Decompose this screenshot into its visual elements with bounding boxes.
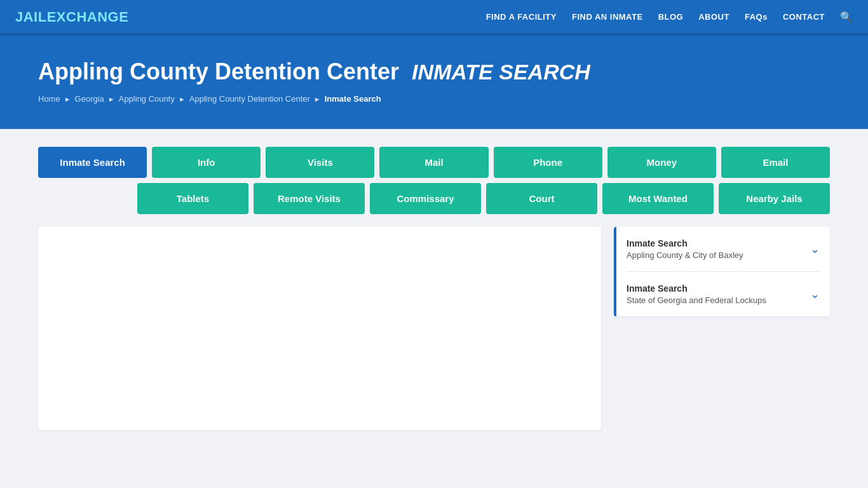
sidebar-card-1-text: Inmate Search Appling County & City of B… xyxy=(627,238,743,260)
tab-phone[interactable]: Phone xyxy=(494,147,602,178)
tab-inmate-search[interactable]: Inmate Search xyxy=(38,147,147,178)
breadcrumb-sep-2: ► xyxy=(108,95,115,103)
tabs-section: Inmate Search Info Visits Mail Phone Mon… xyxy=(0,129,868,214)
logo-jail: JAIL xyxy=(15,9,47,25)
sidebar-card-2-inner[interactable]: Inmate Search State of Georgia and Feder… xyxy=(616,272,830,316)
inmate-search-panel xyxy=(38,227,601,430)
sidebar-card-1-sub: Appling County & City of Baxley xyxy=(627,250,743,260)
tab-most-wanted[interactable]: Most Wanted xyxy=(602,183,714,214)
logo-exchange: EXCHANGE xyxy=(47,9,129,25)
breadcrumb-sep-3: ► xyxy=(179,95,186,103)
tab-mail[interactable]: Mail xyxy=(379,147,488,178)
nav-blog[interactable]: BLOG xyxy=(658,12,684,22)
navbar: JAILEXCHANGE FIND A FACILITY FIND AN INM… xyxy=(0,0,868,36)
nav-about[interactable]: ABOUT xyxy=(698,12,729,22)
nav-find-inmate[interactable]: FIND AN INMATE xyxy=(572,12,643,22)
chevron-down-icon: ⌄ xyxy=(810,242,820,256)
breadcrumb-home[interactable]: Home xyxy=(38,94,60,104)
tabs-row-1: Inmate Search Info Visits Mail Phone Mon… xyxy=(38,147,830,178)
hero-section: Appling County Detention Center INMATE S… xyxy=(0,36,868,129)
breadcrumb-georgia[interactable]: Georgia xyxy=(75,94,104,104)
tab-email[interactable]: Email xyxy=(721,147,830,178)
sidebar-card-2-text: Inmate Search State of Georgia and Feder… xyxy=(627,283,766,305)
sidebar-card-2-label: Inmate Search xyxy=(627,283,766,294)
tab-court[interactable]: Court xyxy=(486,183,597,214)
site-logo[interactable]: JAILEXCHANGE xyxy=(15,9,128,25)
nav-links: FIND A FACILITY FIND AN INMATE BLOG ABOU… xyxy=(486,11,853,23)
tab-tablets[interactable]: Tablets xyxy=(137,183,248,214)
page-subtitle: INMATE SEARCH xyxy=(412,60,590,84)
tab-info[interactable]: Info xyxy=(152,147,261,178)
page-title: Appling County Detention Center INMATE S… xyxy=(38,58,830,85)
tab-visits[interactable]: Visits xyxy=(266,147,374,178)
tab-money[interactable]: Money xyxy=(607,147,716,178)
breadcrumb-sep-1: ► xyxy=(64,95,71,103)
tab-remote-visits[interactable]: Remote Visits xyxy=(254,183,365,214)
breadcrumb-county[interactable]: Appling County xyxy=(119,94,175,104)
sidebar-card-1-label: Inmate Search xyxy=(627,238,743,248)
breadcrumb-facility[interactable]: Appling County Detention Center xyxy=(189,94,310,104)
sidebar-card-1[interactable]: Inmate Search Appling County & City of B… xyxy=(614,227,830,316)
right-sidebar: Inmate Search Appling County & City of B… xyxy=(614,227,830,430)
nav-find-facility[interactable]: FIND A FACILITY xyxy=(486,12,557,22)
breadcrumb-sep-4: ► xyxy=(314,95,321,103)
nav-contact[interactable]: CONTACT xyxy=(783,12,825,22)
tab-commissary[interactable]: Commissary xyxy=(370,183,481,214)
tabs-row-2: Tablets Remote Visits Commissary Court M… xyxy=(137,183,830,214)
nav-faqs[interactable]: FAQs xyxy=(745,12,768,22)
facility-name: Appling County Detention Center xyxy=(38,58,399,85)
breadcrumb-current: Inmate Search xyxy=(325,94,381,104)
chevron-down-icon-2: ⌄ xyxy=(810,287,820,301)
tab-nearby-jails[interactable]: Nearby Jails xyxy=(719,183,830,214)
main-content: Inmate Search Appling County & City of B… xyxy=(0,227,868,456)
sidebar-card-2-sub: State of Georgia and Federal Lockups xyxy=(627,295,766,305)
sidebar-card-1-inner[interactable]: Inmate Search Appling County & City of B… xyxy=(616,227,830,271)
breadcrumb: Home ► Georgia ► Appling County ► Applin… xyxy=(38,94,830,104)
search-icon[interactable]: 🔍 xyxy=(840,11,853,23)
